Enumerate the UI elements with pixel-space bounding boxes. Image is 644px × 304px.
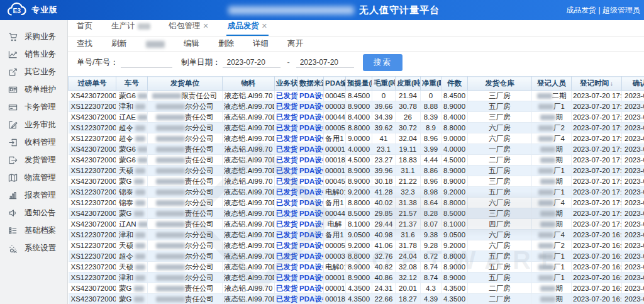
table-row[interactable]: XS12230720000084津和 尔分公司液态铝.Al99.70DT已发货P…: [69, 273, 644, 283]
tab-生产计[interactable]: 生产计: [110, 20, 152, 36]
sidebar-item-speaker[interactable]: 通知公告: [0, 204, 67, 222]
cell-piece-count: 9.0500: [441, 230, 468, 240]
table-row[interactable]: XS4230720000109蒙G 责任公司液态铝.Al99.70已发货PDA设…: [69, 176, 644, 187]
toolbar-item-编辑[interactable]: 编辑: [184, 38, 199, 49]
column-header-净重(吨)[interactable]: 净重(吨): [421, 77, 441, 91]
column-label: 数据来源: [299, 79, 324, 87]
tab-成品发货[interactable]: 成品发货✕: [226, 20, 269, 36]
toolbar-item-查找[interactable]: 查找: [77, 38, 92, 49]
table-row[interactable]: XS4230720000123蒙G6 责任公司液态铝.Al99.70DT已发货P…: [69, 155, 644, 166]
table-row[interactable]: XS12230720000085超令 尔分公司液态铝.Al99.70DT已发货P…: [69, 251, 644, 262]
column-header-皮重(吨)[interactable]: 皮重(吨): [396, 77, 421, 91]
bill-no-input[interactable]: [121, 57, 172, 68]
cell-data-source: PDA设备: [298, 101, 324, 112]
table-row[interactable]: XS12230720000080天硕 尔分公司液态铝.Al99.70DT已发货P…: [69, 166, 644, 176]
table-row[interactable]: XS4230720000120蒙G6 限责任公司液态铝.Al99.70已发货PD…: [69, 91, 644, 101]
cell-material: 液态铝.Al99.70DT: [223, 187, 275, 198]
table-row[interactable]: XS4230720000117蒙G 责任公司液态铝.Al99.70DT已发货PD…: [69, 294, 644, 304]
column-header-毛重(吨)[interactable]: 毛重(吨): [372, 77, 396, 91]
sidebar-item-sign-in[interactable]: 收料管理: [0, 133, 67, 151]
tab-close-icon[interactable]: ✕: [262, 23, 267, 30]
sidebar-item-label: 磅单维护: [25, 84, 56, 95]
registrar-redacted: [538, 275, 553, 281]
column-header-发货仓库[interactable]: 发货仓库: [468, 77, 532, 91]
toolbar-item-离开[interactable]: 离开: [287, 38, 303, 49]
table-row[interactable]: XS4230720000116辽AE 责任公司液态铝.Al99.70DT已发货P…: [69, 112, 644, 123]
tab-首页[interactable]: 首页: [75, 20, 94, 36]
table-row[interactable]: XS4230720000113蒙G 责任公司液态铝.Al99.70DT已发货PD…: [69, 208, 644, 219]
column-header-PDA编号[interactable]: PDA编号: [324, 77, 346, 91]
toolbar-item-详细[interactable]: 详细: [253, 38, 269, 49]
tab-铝包管理[interactable]: 铝包管理✕: [168, 20, 210, 36]
column-label: 预提量(吨): [347, 79, 372, 87]
cell-confirm-time: 2023-07: [622, 198, 644, 208]
cell-planned-qty: 4.3500: [346, 294, 372, 304]
cell-status: 已发货: [275, 101, 298, 112]
table-row[interactable]: XS12230720000087津和 尔分公司液态铝.Al99.70DT已发货P…: [69, 230, 644, 240]
sidebar-item-share[interactable]: 其它业务: [0, 63, 67, 81]
table-row[interactable]: XS12230720000086锦泰 尔分公司液态铝.Al99.70DT已发货P…: [69, 187, 644, 198]
cell-planned-qty: 8.4500: [346, 91, 372, 101]
column-header-物料[interactable]: 物料: [223, 77, 275, 91]
column-header-发货单位[interactable]: 发货单位: [148, 77, 223, 91]
consignor-redacted: [156, 136, 185, 142]
sidebar-item-list[interactable]: 基础档案: [0, 222, 67, 239]
table-row[interactable]: XS12230720000079天硕 尔分公司液态铝.Al99.70DT已发货P…: [69, 262, 644, 273]
toolbar-item-redacted[interactable]: [146, 40, 165, 48]
table-row[interactable]: XS4230720000119辽AN 责任公司液态铝.Al99.70DT已发货P…: [69, 219, 644, 230]
cell-tare-weight: 31.6: [396, 230, 421, 240]
column-header-数据来源[interactable]: 数据来源: [298, 77, 324, 91]
toolbar-item-刷新[interactable]: 刷新: [111, 38, 127, 49]
cell-gross-weight: 39.96: [372, 166, 396, 176]
sidebar-item-map[interactable]: 物流管理: [0, 169, 67, 186]
table-row[interactable]: XS12230720000083天硕 尔分公司液态铝.Al99.70DT已发货P…: [69, 240, 644, 251]
cell-status: 已发货: [275, 155, 298, 166]
cell-planned-qty: 9.2000: [346, 240, 372, 251]
sidebar-item-cart[interactable]: 采购业务: [0, 28, 67, 45]
sidebar-item-edit[interactable]: 业务审批: [0, 116, 67, 133]
column-header-业务状态[interactable]: 业务状态: [275, 77, 298, 91]
column-header-确认时间[interactable]: 确认时间: [622, 77, 644, 91]
table-row[interactable]: XS12230720000082锦泰 尔分公司液态铝.Al99.70DT已发货P…: [69, 198, 644, 208]
cell-pda-no: 00003: [324, 251, 346, 262]
column-header-件数[interactable]: 件数: [441, 77, 468, 91]
column-header-预提量(吨)[interactable]: 预提量(吨): [346, 77, 372, 91]
search-button[interactable]: 搜索: [363, 54, 402, 71]
truck-no-redacted: [135, 104, 145, 110]
sidebar-item-id-card[interactable]: 磅单维护: [0, 81, 67, 98]
cell-register-time: 2023-07-20 16:26: [572, 294, 622, 304]
cell-data-source: PDA设备: [298, 176, 324, 187]
table-row[interactable]: XS4230720000115蒙G 责任公司液态铝.Al99.70已发货PDA设…: [69, 283, 644, 294]
cell-truck-no: 辽AE: [116, 112, 148, 123]
cell-tare-weight: 21.37: [396, 219, 421, 230]
truck-no-prefix: 锦泰: [119, 199, 133, 206]
registrar-suffix: 厂1: [553, 167, 565, 174]
tab-close-icon[interactable]: ✕: [203, 23, 209, 30]
consignor-redacted: [152, 93, 181, 99]
date-from-input[interactable]: [223, 57, 280, 68]
registrar-redacted: [538, 104, 553, 110]
cloud-logo-icon: E3: [5, 1, 28, 19]
table-row[interactable]: XS12230720000088超令 尔分公司液态铝.Al99.70DT已发货P…: [69, 123, 644, 133]
cell-gross-weight: 0: [372, 91, 396, 101]
cell-data-source: PDA设备: [298, 273, 324, 283]
sidebar-item-sign-out[interactable]: 发货管理: [0, 151, 67, 169]
sidebar-item-credit-card[interactable]: 卡务管理: [0, 98, 67, 116]
date-to-input[interactable]: [296, 57, 354, 68]
sidebar-item-gears[interactable]: 系统设置: [0, 239, 67, 257]
user-menu[interactable]: 成品发货 | 超级管理员: [566, 0, 640, 20]
sidebar-item-trend-chart[interactable]: 销售业务: [0, 45, 67, 63]
sidebar-item-bar-chart[interactable]: 报表管理: [0, 186, 67, 204]
cell-pda-no: 备用1: [324, 198, 346, 208]
registrar-suffix: 期: [555, 295, 563, 303]
toolbar-item-删除[interactable]: 删除: [218, 38, 234, 49]
cell-gross-weight: 29.44: [372, 219, 396, 230]
cell-data-source: PDA设备: [298, 262, 324, 273]
table-row[interactable]: XS12230720000089津和 尔分公司液态铝.Al99.70DT已发货P…: [69, 101, 644, 112]
column-header-登记时间[interactable]: 登记时间↓: [572, 77, 622, 91]
column-header-登记人员[interactable]: 登记人员: [532, 77, 572, 91]
column-header-过磅单号[interactable]: 过磅单号: [69, 77, 116, 91]
column-header-车号[interactable]: 车号: [116, 77, 148, 91]
table-row[interactable]: XS4230720000124蒙G6 责任公司液态铝.Al99.70已发货PDA…: [69, 144, 644, 155]
table-row[interactable]: XS12230720000090超令 尔分公司液态铝.Al99.70DT已发货P…: [69, 133, 644, 144]
